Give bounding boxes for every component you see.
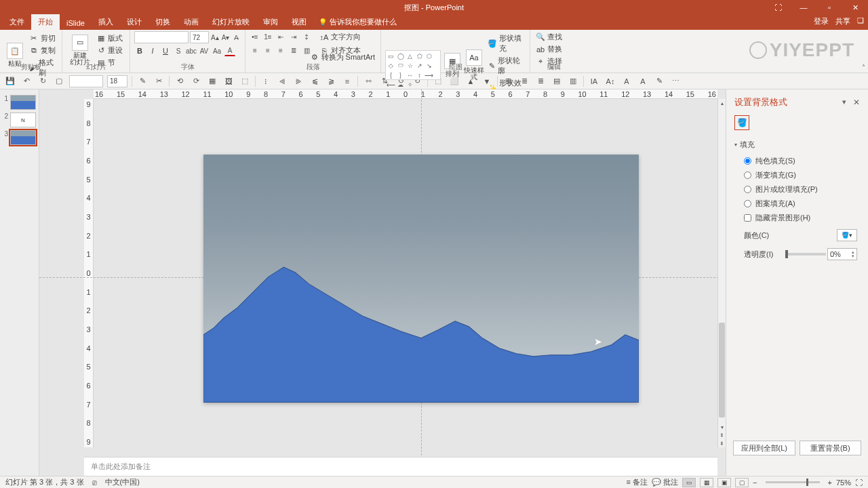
- ribbon-display-options[interactable]: ⛶: [765, 0, 791, 15]
- vertical-scrollbar[interactable]: ▴ ▾ ⇞ ⇟: [717, 99, 726, 447]
- qat-combo-1[interactable]: [69, 75, 103, 87]
- char-spacing-button[interactable]: AV: [199, 45, 210, 56]
- new-slide-button[interactable]: ▭ 新建 幻灯片: [66, 34, 94, 66]
- numbering-button[interactable]: 1≡: [262, 32, 273, 43]
- fill-category-icon[interactable]: 🪣: [734, 115, 749, 130]
- notes-toggle[interactable]: ≡ 备注: [627, 477, 648, 487]
- radio-solid-fill[interactable]: 纯色填充(S): [734, 154, 860, 168]
- zoom-slider[interactable]: [766, 481, 820, 483]
- shadow-button[interactable]: S: [173, 45, 184, 56]
- reset-button[interactable]: ↺重设: [95, 45, 124, 56]
- checkbox-hide-bg[interactable]: 隐藏背景图形(H): [734, 211, 860, 225]
- restore-button[interactable]: ▫: [816, 0, 842, 15]
- qat-misc-3[interactable]: ≣: [534, 75, 547, 87]
- strikethrough-button[interactable]: abc: [186, 45, 197, 56]
- scroll-down-arrow[interactable]: ▾: [718, 423, 726, 431]
- comments-toggle[interactable]: ❏: [857, 16, 864, 26]
- radio-pattern-fill[interactable]: 图案填充(A): [734, 197, 860, 211]
- lang-button-icon[interactable]: ⎚: [92, 479, 97, 487]
- normal-view-button[interactable]: ▭: [682, 478, 696, 487]
- thumbnail-3[interactable]: [10, 130, 36, 145]
- qat-btn-f[interactable]: 🖼: [222, 75, 235, 87]
- tab-insert[interactable]: 插入: [92, 14, 120, 30]
- qat-align-5[interactable]: ⫺: [325, 75, 337, 87]
- reset-background-button[interactable]: 重置背景(B): [800, 441, 862, 455]
- slide-canvas[interactable]: [203, 155, 639, 403]
- qat-eyedrop[interactable]: ✎: [653, 75, 665, 87]
- smartart-button[interactable]: ⚙转换为 SmartArt: [309, 52, 376, 63]
- tab-animations[interactable]: 动画: [177, 14, 205, 30]
- bold-button[interactable]: B: [134, 45, 145, 56]
- qat-align-2[interactable]: ⫷: [276, 75, 288, 87]
- font-size-combo[interactable]: [190, 31, 209, 43]
- replace-button[interactable]: ab替换: [534, 43, 574, 55]
- align-center-button[interactable]: ≡: [262, 45, 273, 56]
- radio-picture-fill[interactable]: 图片或纹理填充(P): [734, 182, 860, 197]
- thumbnail-2[interactable]: N: [10, 113, 36, 127]
- change-case-button[interactable]: Aa: [212, 45, 222, 56]
- qat-text-2[interactable]: A↕: [604, 75, 616, 87]
- qat-btn-g[interactable]: ⬚: [239, 75, 251, 87]
- tab-transitions[interactable]: 切换: [149, 14, 177, 30]
- language-indicator[interactable]: 中文(中国): [105, 477, 140, 487]
- tab-islide[interactable]: iSlide: [60, 16, 92, 30]
- qat-text-4[interactable]: A: [637, 75, 649, 87]
- qat-misc-5[interactable]: ▥: [567, 75, 579, 87]
- zoom-level[interactable]: 75%: [836, 479, 851, 487]
- tab-file[interactable]: 文件: [3, 14, 31, 30]
- fill-color-picker[interactable]: 🪣▾: [837, 229, 857, 241]
- underline-button[interactable]: U: [160, 45, 171, 56]
- transparency-slider[interactable]: [785, 253, 826, 256]
- align-right-button[interactable]: ≡: [275, 45, 286, 56]
- slide-mountain-shape[interactable]: [203, 253, 639, 403]
- font-name-combo[interactable]: [134, 31, 189, 43]
- qat-align-1[interactable]: ⫶: [260, 75, 272, 87]
- layout-button[interactable]: ▦版式: [95, 33, 124, 44]
- align-left-button[interactable]: ≡: [250, 45, 260, 56]
- radio-gradient-fill[interactable]: 渐变填充(G): [734, 168, 860, 182]
- scrollbar-thumb[interactable]: [719, 323, 725, 418]
- bullets-button[interactable]: •≡: [250, 32, 260, 43]
- reading-view-button[interactable]: ▣: [717, 478, 731, 487]
- slideshow-view-button[interactable]: ▢: [735, 478, 749, 487]
- qat-align-6[interactable]: ≡: [341, 75, 353, 87]
- grow-font-button[interactable]: A▴: [210, 32, 220, 43]
- clear-formatting-button[interactable]: A̶: [231, 32, 241, 43]
- text-direction-button[interactable]: ↕A文字方向: [318, 31, 362, 43]
- transparency-spinner[interactable]: 0%▴▾: [827, 248, 857, 260]
- login-button[interactable]: 登录: [814, 16, 829, 26]
- tab-view[interactable]: 视图: [285, 14, 313, 30]
- qat-dist-1[interactable]: ⇿: [362, 75, 374, 87]
- qat-misc-4[interactable]: ▤: [551, 75, 563, 87]
- next-slide-button[interactable]: ⇟: [718, 439, 726, 447]
- apply-to-all-button[interactable]: 应用到全部(L): [733, 441, 795, 455]
- prev-slide-button[interactable]: ⇞: [718, 431, 726, 439]
- zoom-out-button[interactable]: −: [753, 479, 757, 487]
- qat-btn-d[interactable]: ⟳: [190, 75, 202, 87]
- tell-me-search[interactable]: 告诉我你想要做什么: [313, 14, 402, 30]
- minimize-button[interactable]: —: [791, 0, 816, 15]
- tab-design[interactable]: 设计: [120, 14, 149, 30]
- decrease-indent-button[interactable]: ⇤: [275, 32, 286, 43]
- qat-btn-c[interactable]: ⟲: [174, 75, 186, 87]
- justify-button[interactable]: ≣: [288, 45, 299, 56]
- thumbnail-1[interactable]: [10, 95, 36, 110]
- qat-more[interactable]: ⋯: [669, 75, 682, 87]
- qat-btn-e[interactable]: ▦: [206, 75, 218, 87]
- increase-indent-button[interactable]: ⇥: [288, 32, 299, 43]
- qat-text-1[interactable]: IA: [588, 75, 600, 87]
- qat-btn-a[interactable]: ✎: [136, 75, 149, 87]
- pane-menu-button[interactable]: ▾: [842, 98, 846, 107]
- share-button[interactable]: 共享: [835, 16, 850, 26]
- zoom-in-button[interactable]: +: [828, 479, 832, 487]
- copy-button[interactable]: ⧉复制: [28, 45, 58, 56]
- notes-pane[interactable]: 单击此处添加备注: [84, 457, 717, 476]
- tab-home[interactable]: 开始: [31, 14, 60, 30]
- pane-close-button[interactable]: ✕: [853, 98, 860, 107]
- tab-slideshow[interactable]: 幻灯片放映: [205, 14, 256, 30]
- qat-align-4[interactable]: ⫹: [309, 75, 321, 87]
- line-spacing-button[interactable]: ‡: [301, 32, 312, 43]
- italic-button[interactable]: I: [147, 45, 158, 56]
- qat-btn-b[interactable]: ✂: [153, 75, 165, 87]
- fit-to-window-button[interactable]: ⛶: [855, 479, 863, 487]
